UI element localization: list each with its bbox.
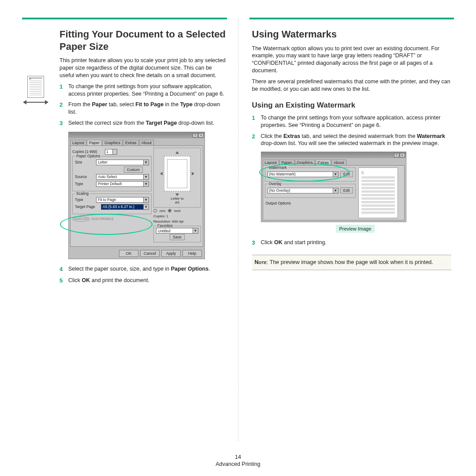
size-combo[interactable]: Letter▾ [96, 160, 149, 165]
help-icon[interactable]: ? [394, 153, 399, 157]
fit-to-page-icon: A [22, 76, 53, 115]
left-step-1: To change the print settings from your s… [68, 83, 227, 98]
apply-button[interactable]: Apply [161, 250, 181, 257]
tab-paper[interactable]: Paper [87, 140, 102, 145]
tab2-about[interactable]: About [331, 160, 346, 165]
left-step-5: Click OK and print the document. [68, 277, 227, 285]
scaletype-combo[interactable]: Fit to Page▾ [96, 197, 149, 203]
copies-spinner[interactable]: 1 [105, 149, 117, 155]
dialog-titlebar: ? × [69, 132, 205, 138]
right-heading: Using Watermarks [252, 28, 452, 41]
output-options-label: Output Options [265, 200, 356, 205]
watermark-preview: S [358, 167, 398, 218]
right-step-2: Click the Extras tab, and select the des… [261, 133, 452, 148]
cancel-button[interactable]: Cancel [140, 250, 160, 257]
dialog2-titlebar: ? × [261, 152, 406, 158]
tab2-paper[interactable]: Paper [279, 160, 294, 165]
copies-label: Copies (1-999) [72, 149, 103, 154]
right-p1: The Watermark option allows you to print… [252, 45, 452, 75]
right-step-1: To change the print settings from your s… [261, 114, 452, 129]
right-p2: There are several predefined watermarks … [252, 78, 452, 93]
tab-about[interactable]: About [139, 140, 154, 145]
watermark-combo[interactable]: (No Watermark)▾ [268, 171, 338, 177]
save-button[interactable]: Save [170, 234, 184, 240]
paper-dialog: ? × Layout Paper Graphics Extras About C… [68, 132, 205, 260]
left-step-4: Select the paper source, size, and type … [68, 265, 227, 273]
source-combo[interactable]: Auto Select▾ [96, 174, 149, 180]
extras-dialog: ? × Layout Paper Graphics Extras About W… [261, 152, 406, 222]
papertype-combo[interactable]: Printer Default▾ [96, 181, 149, 187]
watermark-edit-button[interactable]: Edit [340, 171, 353, 177]
left-heading: Fitting Your Document to a Selected Pape… [60, 28, 227, 52]
scaling-group: Scaling [75, 191, 90, 196]
left-step-3: Select the correct size from the Target … [68, 119, 227, 127]
preview-panel: Letter to A5 [153, 148, 201, 208]
brand-logo: SAMSUNG [72, 216, 90, 222]
overlay-combo[interactable]: (No Overlay)▾ [268, 188, 338, 193]
close-icon[interactable]: × [400, 153, 405, 157]
close-icon[interactable]: × [198, 133, 204, 138]
right-subheading: Using an Existing Watermark [252, 101, 452, 110]
column-divider [238, 18, 238, 441]
help-icon[interactable]: ? [193, 133, 198, 138]
custom-button[interactable]: Custom [124, 167, 143, 173]
overlay-edit-button[interactable]: Edit [340, 187, 353, 193]
right-step-3: Click OK and start printing. [261, 239, 452, 247]
help-button[interactable]: Help [182, 250, 202, 257]
favorites-combo[interactable]: Untitled▾ [156, 228, 198, 234]
note-box: Note: The preview image shows how the pa… [252, 255, 452, 270]
tab-graphics[interactable]: Graphics [102, 140, 123, 145]
left-intro: This printer feature allows you to scale… [60, 57, 227, 79]
paper-options-group: Paper Options [75, 154, 101, 158]
tab2-extras[interactable]: Extras [316, 160, 331, 165]
preview-image-label: Preview Image [336, 225, 375, 233]
ok-button[interactable]: OK [119, 250, 138, 257]
tab2-graphics[interactable]: Graphics [295, 160, 315, 165]
targetpage-combo[interactable]: A5 (5.83 x 8.27 in.)▾ [101, 204, 149, 210]
page-footer: 14 Advanced Printing [0, 454, 476, 467]
tab-extras[interactable]: Extras [123, 140, 139, 145]
tab-layout[interactable]: Layout [70, 140, 86, 145]
tab2-layout[interactable]: Layout [263, 160, 279, 165]
left-step-2: From the Paper tab, select Fit to Page i… [68, 101, 227, 116]
